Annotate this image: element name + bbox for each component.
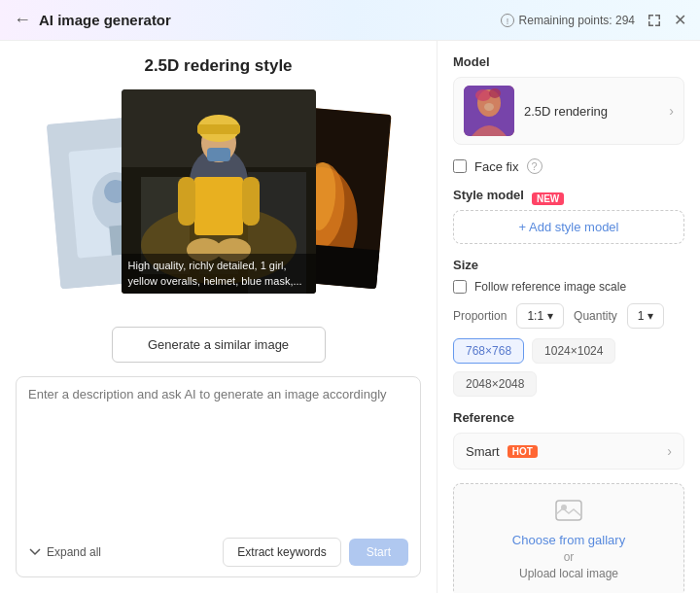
proportion-select[interactable]: 1:1 ▾: [516, 303, 564, 329]
close-button[interactable]: ✕: [674, 11, 686, 29]
remaining-points: ! Remaining points: 294: [501, 14, 635, 27]
gallery-icon-svg: [555, 500, 582, 521]
svg-rect-24: [178, 177, 195, 226]
extract-keywords-button[interactable]: Extract keywords: [223, 538, 340, 567]
reference-chevron-icon: ›: [667, 443, 672, 459]
model-section: Model 2.5D rendering ›: [453, 54, 684, 145]
gallery-link[interactable]: Choose from gallary: [512, 533, 625, 547]
model-card[interactable]: 2.5D rendering ›: [453, 77, 684, 145]
prompt-input[interactable]: [28, 387, 408, 530]
expand-icon: [647, 13, 662, 28]
image-collage: High quality, richly detailed, 1 girl, y…: [53, 89, 384, 313]
expand-all-button[interactable]: Expand all: [28, 545, 101, 559]
face-fix-checkbox[interactable]: [453, 159, 467, 173]
proportion-label: Proportion: [453, 309, 507, 323]
model-chevron-icon: ›: [669, 103, 674, 119]
size-section-label: Size: [453, 258, 684, 272]
model-thumbnail: [464, 86, 514, 136]
svg-rect-21: [197, 124, 240, 134]
style-model-section: Style model NEW + Add style model: [453, 188, 684, 244]
svg-rect-25: [242, 177, 260, 226]
info-icon: !: [501, 14, 514, 27]
proportion-chevron-icon: ▾: [547, 309, 553, 323]
new-badge: NEW: [532, 192, 564, 205]
prompt-section: Expand all Extract keywords Start: [16, 376, 421, 577]
expand-all-icon: [28, 545, 42, 559]
reference-name: Smart: [466, 444, 500, 459]
style-model-row: Style model NEW: [453, 188, 684, 210]
header: ← AI image generator ! Remaining points:…: [0, 0, 700, 41]
textarea-footer: Expand all Extract keywords Start: [28, 538, 408, 567]
image-caption: High quality, richly detailed, 1 girl, y…: [122, 254, 316, 294]
help-icon[interactable]: ?: [527, 158, 542, 174]
face-fix-label: Face fix: [474, 159, 519, 174]
reference-section-label: Reference: [453, 410, 684, 425]
quantity-chevron-icon: ▾: [648, 309, 653, 323]
face-fix-row: Face fix ?: [453, 158, 684, 174]
size-chip-768[interactable]: 768×768: [453, 338, 524, 364]
svg-rect-23: [194, 177, 243, 235]
follow-ref-checkbox[interactable]: [453, 280, 467, 294]
style-model-label: Style model: [453, 188, 524, 202]
upload-icon: [470, 500, 668, 527]
collage-image-center: High quality, richly detailed, 1 girl, y…: [122, 89, 316, 294]
size-chip-1024[interactable]: 1024×1024: [532, 338, 615, 364]
size-section: Size Follow reference image scale Propor…: [453, 258, 684, 397]
app-title: AI image generator: [39, 12, 171, 28]
model-section-label: Model: [453, 54, 684, 69]
start-button[interactable]: Start: [349, 539, 408, 566]
expand-window-button[interactable]: [647, 13, 662, 28]
follow-ref-label: Follow reference image scale: [474, 280, 626, 294]
model-name-label: 2.5D rendering: [524, 104, 669, 119]
size-chips: 768×768 1024×1024 2048×2048: [453, 338, 684, 397]
left-panel: 2.5D redering style: [0, 41, 438, 593]
close-icon: ✕: [674, 11, 686, 29]
add-style-model-button[interactable]: + Add style model: [453, 210, 684, 244]
svg-rect-22: [207, 148, 230, 161]
model-thumb-svg: [464, 86, 514, 136]
right-panel: Model 2.5D rendering ›: [438, 41, 700, 593]
header-right: ! Remaining points: 294 ✕: [501, 11, 686, 29]
main-content: 2.5D redering style: [0, 41, 700, 593]
reference-card[interactable]: Smart HOT ›: [453, 433, 684, 470]
reference-section: Reference Smart HOT ›: [453, 410, 684, 470]
svg-point-30: [475, 89, 491, 101]
textarea-actions: Extract keywords Start: [223, 538, 408, 567]
hot-badge: HOT: [508, 445, 538, 458]
size-chip-2048[interactable]: 2048×2048: [453, 371, 537, 397]
header-left: ← AI image generator: [14, 10, 171, 30]
svg-point-32: [484, 103, 494, 111]
quantity-label: Quantity: [574, 309, 617, 323]
upload-local-link[interactable]: Upload local image: [470, 567, 668, 580]
generate-similar-button[interactable]: Generate a similar image: [112, 327, 326, 363]
proportion-row: Proportion 1:1 ▾ Quantity 1 ▾: [453, 303, 684, 329]
image-style-title: 2.5D redering style: [16, 56, 421, 76]
quantity-select[interactable]: 1 ▾: [627, 303, 665, 329]
svg-point-31: [489, 88, 501, 98]
svg-text:!: !: [506, 17, 508, 26]
follow-ref-row: Follow reference image scale: [453, 280, 684, 294]
back-button[interactable]: ←: [14, 10, 31, 30]
upload-or-text: or: [470, 550, 668, 564]
upload-area: Choose from gallary or Upload local imag…: [453, 483, 684, 593]
